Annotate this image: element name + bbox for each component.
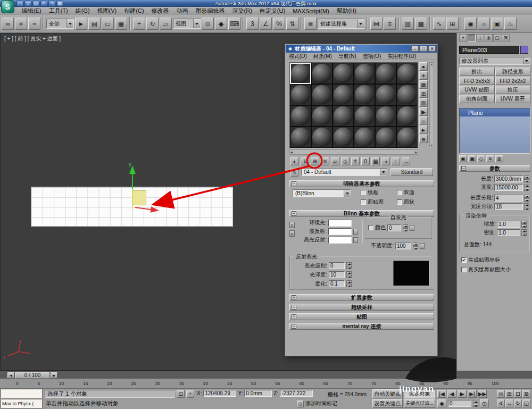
chevron-down-icon[interactable] (380, 169, 387, 176)
parameter-field[interactable]: 10 (329, 271, 345, 278)
modifier-set-button[interactable]: UVW 贴图 (459, 86, 495, 94)
previous-frame-icon[interactable]: ◀ (447, 390, 456, 398)
value-spinner[interactable] (346, 280, 352, 287)
go-to-end-icon[interactable]: ▶▶ (478, 390, 487, 398)
material-slot[interactable] (375, 63, 396, 84)
self-illum-map-button[interactable] (410, 225, 414, 231)
spinner-up-icon[interactable] (524, 195, 529, 198)
material-slot[interactable] (396, 105, 418, 127)
shader-option[interactable]: 线框 (361, 189, 397, 196)
material-slot[interactable] (375, 84, 396, 105)
shader-option[interactable]: 双面 (397, 189, 433, 196)
material-slot[interactable] (290, 63, 311, 84)
track-bar[interactable]: 0510152025303540455055606570758085909510… (0, 379, 532, 389)
material-navigator-icon[interactable]: ≣ (419, 135, 428, 143)
spinner-down-icon[interactable] (524, 198, 529, 202)
lock-diffuse-specular-icon[interactable]: c (289, 230, 295, 237)
collapsed-rollout-header[interactable]: +贴图 (289, 313, 434, 320)
expand-icon[interactable]: + (292, 295, 296, 300)
reset-map-icon[interactable]: ✕ (321, 157, 329, 165)
modifier-set-button[interactable]: FFD 2x2x2 (495, 77, 531, 85)
zoom-extents-all-icon[interactable]: ⊠ (522, 390, 530, 398)
value-spinner[interactable] (524, 203, 529, 210)
material-editor-dialog[interactable]: ◉ 材质编辑器 - 04 - Default –□✕ 模式(D)材质(M)导航(… (285, 44, 438, 356)
checkbox-box[interactable] (368, 225, 373, 230)
angle-snap-icon[interactable]: ∠ (260, 18, 272, 30)
modifier-list-dropdown[interactable]: 修改器列表 (459, 57, 530, 65)
chevron-down-icon[interactable] (357, 19, 364, 28)
spinner-down-icon[interactable] (524, 179, 529, 182)
spinner-down-icon[interactable] (346, 275, 352, 278)
chevron-down-icon[interactable] (523, 57, 530, 64)
shader-option[interactable]: 面贴图 (361, 198, 397, 206)
configure-modifier-sets-icon[interactable]: ≣ (495, 155, 503, 162)
value-spinner[interactable] (521, 221, 527, 228)
project-folder-icon[interactable]: ▦ (56, 1, 63, 6)
snaps-toggle-icon[interactable]: 3 (246, 18, 259, 30)
scroll-right-icon[interactable]: ▶ (415, 151, 417, 154)
menubar-item[interactable]: 编辑(E) (18, 7, 45, 15)
parameter-field[interactable]: 18 (494, 203, 523, 210)
options-icon[interactable]: ☼ (419, 116, 428, 125)
chevron-down-icon[interactable] (193, 19, 200, 28)
modifier-set-button[interactable]: 路径变形 (495, 68, 531, 76)
collapse-icon[interactable]: − (292, 181, 296, 186)
modifier-set-button[interactable]: 挤压 (495, 86, 531, 94)
render-setup-icon[interactable]: ☼ (478, 18, 490, 30)
spinner-up-icon[interactable] (524, 184, 529, 187)
map-shortcut-button[interactable] (353, 229, 358, 235)
value-spinner[interactable] (524, 176, 529, 182)
parameter-field[interactable]: 1.0 (497, 221, 520, 228)
parameter-field[interactable]: 4 (494, 195, 523, 202)
parameter-field[interactable]: 0.1 (329, 280, 345, 287)
remove-modifier-icon[interactable]: ✕ (486, 155, 494, 162)
self-illum-value-field[interactable]: 0 (387, 224, 401, 231)
x-coordinate-field[interactable]: 120409.29 (203, 390, 236, 397)
unlink-selection-icon[interactable]: ≁ (15, 18, 27, 30)
curve-editor-icon[interactable]: ∿ (433, 18, 445, 30)
create-tab-icon[interactable]: + (459, 34, 467, 41)
value-spinner[interactable] (346, 271, 352, 278)
show-final-result-icon[interactable]: ◑ (381, 157, 390, 165)
go-to-start-icon[interactable]: |◀ (437, 390, 446, 398)
material-slot[interactable] (396, 127, 418, 148)
shader-type-dropdown[interactable]: (B)Blinn (293, 189, 351, 197)
time-slider-track[interactable]: ◀ 0 / 100 ▶ (0, 371, 532, 379)
opacity-map-button[interactable] (420, 243, 425, 249)
material-slot[interactable] (354, 127, 375, 148)
spinner-up-icon[interactable] (521, 221, 527, 224)
menubar-item[interactable]: 创建(C) (120, 7, 147, 15)
value-spinner[interactable] (524, 195, 529, 202)
sample-type-icon[interactable]: ● (419, 62, 428, 71)
modifier-stack-item[interactable]: Plane (460, 108, 530, 116)
spinner-up-icon[interactable] (473, 400, 478, 403)
material-type-button[interactable]: Standard (390, 168, 433, 176)
maximize-viewport-icon[interactable]: ◱ (522, 399, 530, 407)
fov-icon[interactable]: ∢ (497, 399, 505, 407)
make-material-copy-icon[interactable]: ▱ (331, 157, 339, 165)
parameter-field[interactable]: 15000.00 (494, 184, 523, 191)
dialog-titlebar[interactable]: ◉ 材质编辑器 - 04 - Default –□✕ (286, 45, 437, 53)
show-map-in-viewport-icon[interactable]: ▦ (371, 157, 380, 165)
display-tab-icon[interactable]: ▢ (493, 34, 501, 41)
material-editor-menu-item[interactable]: 模式(D) (286, 53, 310, 60)
spinner-down-icon[interactable] (521, 233, 527, 236)
material-slot[interactable] (396, 63, 418, 84)
spinner-down-icon[interactable] (521, 224, 527, 228)
menubar-item[interactable]: 工具(T) (45, 7, 72, 15)
motion-tab-icon[interactable]: ◎ (485, 34, 493, 41)
put-material-to-scene-icon[interactable]: ⇓ (301, 157, 309, 165)
zoom-extents-icon[interactable]: ⊡ (514, 390, 522, 398)
z-coordinate-field[interactable]: -2327.222 (280, 390, 313, 397)
spinner-up-icon[interactable] (524, 203, 529, 206)
select-and-link-icon[interactable]: ∞ (2, 18, 14, 30)
material-slot[interactable] (396, 84, 418, 105)
time-spinner[interactable] (473, 400, 478, 407)
absolute-offset-mode-icon[interactable]: + (186, 390, 194, 398)
pick-material-from-object-icon[interactable]: ✎ (290, 169, 298, 177)
color-swatch[interactable] (328, 220, 352, 227)
spinner-down-icon[interactable] (524, 188, 529, 191)
open-file-icon[interactable]: ▽ (24, 1, 31, 6)
checkbox-box[interactable] (361, 199, 366, 205)
window-crossing-icon[interactable]: ▦ (115, 18, 127, 30)
